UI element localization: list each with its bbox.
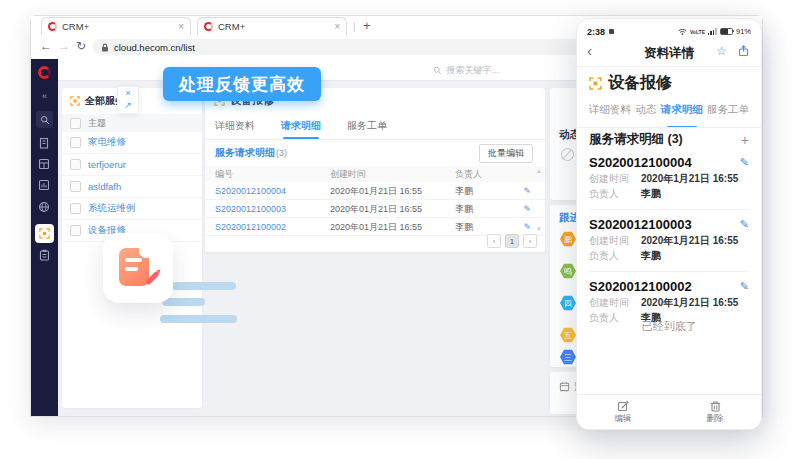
record-id-link[interactable]: S2020012100004	[215, 186, 286, 196]
batch-edit-button[interactable]: 批量编辑	[479, 144, 533, 163]
row-checkbox[interactable]	[70, 203, 81, 214]
status-time: 2:38	[587, 27, 605, 37]
table-row[interactable]: S2020012100004 2020年01月21日 16:55 李鹏 ✎	[205, 182, 545, 200]
hecom-logo-icon	[38, 66, 51, 79]
globe-icon[interactable]	[38, 201, 65, 213]
scroll-down-icon[interactable]: ▼	[536, 226, 542, 232]
field-label: 创建时间	[589, 172, 641, 186]
feature-callout-badge: 处理反馈更高效	[163, 67, 321, 101]
skeleton-line	[160, 315, 237, 323]
edit-icon[interactable]: ✎	[740, 156, 749, 169]
phone-mockup: 2:38 VoLTE 91% ‹ 资料详情 ☆ 设备报修 详细资料 动态 请求明…	[576, 18, 762, 430]
add-icon[interactable]: +	[741, 132, 749, 148]
avatar[interactable]: 五	[560, 327, 576, 343]
tab-service-order[interactable]: 服务工单	[347, 112, 387, 139]
search-icon	[433, 66, 442, 75]
avatar[interactable]: 鹏	[560, 231, 576, 247]
record-id-link[interactable]: S2020012100002	[215, 222, 286, 232]
list-item[interactable]: asldfafh	[62, 176, 202, 198]
record-id-link[interactable]: S2020012100003	[215, 204, 286, 214]
record-link[interactable]: 家电维修	[88, 136, 126, 149]
module-grid-icon[interactable]	[38, 158, 65, 170]
phone-nav-bar: ‹ 资料详情 ☆	[577, 39, 761, 65]
record-link[interactable]: terfjoerur	[88, 159, 126, 170]
tab-close-icon[interactable]: ×	[178, 22, 184, 32]
report-icon[interactable]	[38, 179, 65, 191]
table-row[interactable]: S2020012100003 2020年01月21日 16:55 李鹏 ✎	[205, 200, 545, 218]
tab-service-order[interactable]: 服务工单	[707, 103, 749, 123]
phone-tabs: 详细资料 动态 请求明细 服务工单	[589, 103, 749, 123]
list-item[interactable]: terfjoerur	[62, 154, 202, 176]
edit-icon[interactable]: ✎	[740, 280, 749, 293]
prev-page-button[interactable]: ‹	[487, 234, 501, 248]
end-of-list-text: 已经到底了	[577, 319, 761, 334]
tab-detail-info[interactable]: 详细资料	[589, 103, 631, 123]
request-item[interactable]: S2020012100003 ✎ 创建时间2020年1月21日 16:55 负责…	[589, 215, 749, 269]
new-tab-button[interactable]: +	[363, 18, 371, 33]
list-item[interactable]: 家电维修	[62, 132, 202, 154]
select-all-checkbox[interactable]	[70, 118, 81, 129]
close-icon[interactable]: ×	[118, 87, 138, 99]
row-checkbox[interactable]	[70, 225, 81, 236]
delete-action-button[interactable]: 删除	[669, 395, 761, 429]
created-time: 2020年01月21日 16:55	[330, 202, 422, 215]
field-value: 2020年1月21日 16:55	[641, 296, 738, 310]
current-page[interactable]: 1	[505, 234, 519, 248]
browser-tab-2[interactable]: CRM+ ×	[197, 17, 347, 35]
field-label: 负责人	[589, 187, 641, 201]
expand-icon[interactable]: ↗	[118, 99, 138, 111]
tab-request-detail[interactable]: 请求明细	[281, 112, 321, 139]
request-id: S2020012100002	[589, 279, 692, 294]
section-title: 服务请求明细 (3)	[589, 131, 683, 148]
organization-icon[interactable]	[38, 137, 65, 149]
scroll-up-icon[interactable]: ▲	[536, 168, 542, 174]
tab-detail-info[interactable]: 详细资料	[215, 112, 255, 139]
edit-icon[interactable]: ✎	[740, 218, 749, 231]
created-time: 2020年01月21日 16:55	[330, 220, 422, 233]
record-title-row: 设备报修	[589, 73, 672, 94]
tab-close-icon[interactable]: ×	[334, 22, 340, 32]
edit-doc-icon	[617, 400, 629, 412]
crm-favicon-icon	[48, 22, 57, 31]
avatar[interactable]: 四	[560, 295, 576, 311]
record-link[interactable]: 系统运维例	[88, 202, 136, 215]
request-item[interactable]: S2020012100004 ✎ 创建时间2020年1月21日 16:55 负责…	[589, 153, 749, 207]
collapse-sidebar-icon[interactable]: «	[31, 91, 58, 101]
list-item[interactable]: 系统运维例	[62, 198, 202, 220]
share-icon[interactable]	[738, 45, 749, 57]
avatar[interactable]: 三	[560, 349, 576, 365]
record-detail-panel: 设备报修 详细资料 请求明细 服务工单 服务请求明细 (3) 批量编辑 编号 创…	[205, 88, 545, 252]
field-value: 李鹏	[641, 187, 661, 201]
divider	[577, 127, 761, 128]
record-type-icon	[589, 77, 602, 90]
wifi-icon	[678, 28, 687, 36]
volte-icon: VoLTE	[690, 29, 705, 35]
global-search-input[interactable]: 搜索关键字...	[433, 64, 499, 77]
section-count: (3)	[276, 148, 287, 158]
row-checkbox[interactable]	[70, 159, 81, 170]
edit-icon[interactable]: ✎	[523, 204, 531, 214]
service-module-active-icon[interactable]	[35, 224, 54, 243]
star-icon[interactable]: ☆	[716, 44, 727, 58]
field-value: 2020年1月21日 16:55	[641, 234, 738, 248]
row-checkbox[interactable]	[70, 137, 81, 148]
edit-icon[interactable]: ✎	[523, 186, 531, 196]
row-checkbox[interactable]	[70, 181, 81, 192]
owner: 李鹏	[455, 184, 473, 197]
calendar-icon	[559, 381, 570, 392]
avatar[interactable]: 鸣	[560, 263, 576, 279]
next-page-button[interactable]: ›	[523, 234, 537, 248]
battery-icon	[720, 28, 733, 36]
tab-activity[interactable]: 动态	[635, 103, 656, 123]
edit-icon[interactable]: ✎	[523, 222, 531, 232]
browser-tab-1[interactable]: CRM+ ×	[41, 17, 191, 35]
reload-icon[interactable]: ↻	[76, 39, 86, 53]
skeleton-line	[172, 282, 236, 290]
search-icon[interactable]	[36, 111, 53, 128]
tab-request-detail[interactable]: 请求明细	[661, 103, 703, 123]
edit-action-button[interactable]: 编辑	[577, 395, 669, 429]
back-icon[interactable]: ←	[40, 39, 52, 53]
record-link[interactable]: asldfafh	[88, 181, 121, 192]
forward-icon[interactable]: →	[58, 39, 70, 53]
divider	[589, 271, 749, 272]
